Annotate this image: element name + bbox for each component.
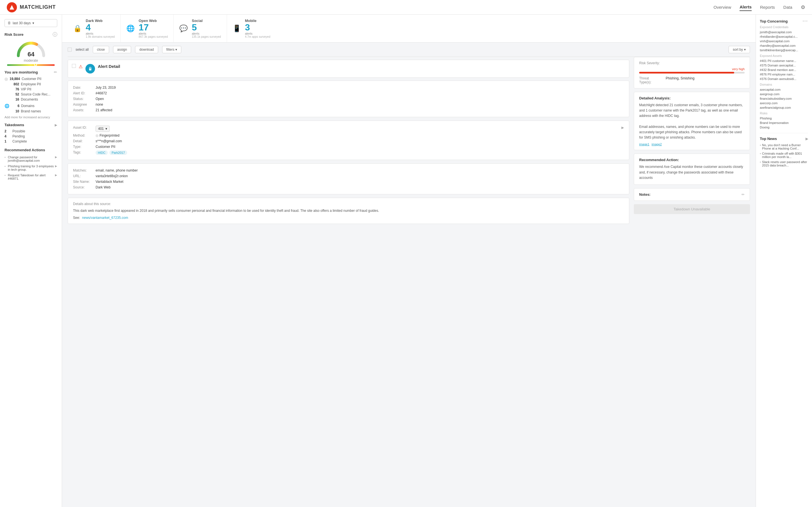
alert-id-value: #46872 bbox=[96, 91, 107, 95]
source-row: Source: Dark Web bbox=[73, 184, 624, 190]
asset-2: #432 Brand mention axe... bbox=[760, 68, 808, 72]
social-count: 5 bbox=[192, 23, 221, 32]
main-content: 🔒 Dark Web 4 alerts 1.9k domains surveye… bbox=[62, 15, 756, 507]
monitoring-title: You are monitoring bbox=[4, 70, 38, 74]
header-nav: Overview Alerts Reports Data ⚙ bbox=[714, 3, 805, 11]
right-panel: Risk Severity: very high ThreatType(s): bbox=[631, 57, 750, 507]
monitoring-sub: 802 Employee PII 76 VIP PII 52 Source Co… bbox=[4, 82, 57, 102]
notes-edit-icon[interactable]: ✏ bbox=[742, 192, 745, 196]
date-filter[interactable]: 🗓 last 30 days ▾ bbox=[4, 19, 57, 27]
rec-item-0: • Change password for jsmith@axecaptial.… bbox=[4, 154, 57, 163]
asset-next-icon[interactable]: ▶ bbox=[621, 126, 624, 129]
takedown-possible: 2 Possible bbox=[4, 129, 57, 134]
site-name-row: Site Name: Vantablack Market bbox=[73, 179, 624, 184]
recommended-title: Recommended Actions bbox=[4, 148, 57, 152]
stat-dark-web[interactable]: 🔒 Dark Web 4 alerts 1.9k domains surveye… bbox=[68, 15, 121, 42]
customer-pii-count: 19,884 bbox=[10, 77, 20, 81]
header: MATCHLIGHT Overview Alerts Reports Data … bbox=[0, 0, 812, 15]
rec-arrow-1[interactable]: ▶ bbox=[55, 165, 57, 168]
nav-alerts[interactable]: Alerts bbox=[740, 3, 752, 11]
select-all-label[interactable]: select all bbox=[75, 48, 89, 52]
download-button[interactable]: download bbox=[135, 46, 158, 53]
asset-4: #376 Domain axesubsidi... bbox=[760, 76, 808, 81]
detail-tags-row: Tags: HIDC Park2017 bbox=[73, 150, 624, 156]
detail-label-field: Detail: bbox=[73, 139, 96, 143]
image1-thumb[interactable]: image1 bbox=[639, 143, 649, 146]
stat-mobile[interactable]: 📱 Mobile 3 alerts 4.7m apps surveyed bbox=[227, 15, 276, 42]
assets-label: Assets: bbox=[73, 108, 96, 112]
detail-method-row: Method: ◎ Fingerprinted bbox=[73, 133, 624, 138]
source-details-title: Details about this source: bbox=[73, 202, 624, 206]
threat-types-row: ThreatType(s): Phishing, Smishing bbox=[639, 76, 745, 84]
dark-web-count: 4 bbox=[86, 23, 115, 32]
more-options-icon[interactable]: ··· bbox=[803, 18, 808, 24]
method-label: Method: bbox=[73, 133, 96, 137]
assignee-label: Assignee bbox=[73, 103, 96, 107]
mobile-icon: 📱 bbox=[233, 24, 241, 33]
brands-label: Brand names bbox=[21, 109, 41, 113]
tag-park2017: Park2017 bbox=[109, 151, 127, 155]
asset-0: #401 PII customer name... bbox=[760, 59, 808, 63]
source-value: Dark Web bbox=[96, 185, 110, 189]
svg-rect-2 bbox=[89, 68, 91, 70]
warning-icon: ⚠ bbox=[79, 64, 83, 69]
monitoring-row-brands: 10 Brand names bbox=[11, 109, 57, 114]
image2-thumb[interactable]: image2 bbox=[652, 143, 662, 146]
employee-pii-label: Employee PII bbox=[21, 82, 41, 86]
edit-icon[interactable]: ✏ bbox=[54, 70, 57, 74]
open-web-alerts: alerts bbox=[139, 32, 168, 35]
source-see-row: See: news/vantamarket_67235.com bbox=[73, 216, 624, 220]
news-arrow-icon[interactable]: ▶ bbox=[806, 137, 808, 141]
alerts-body: ⚠ Alert Detail Date: July 23, 2019 bbox=[68, 57, 750, 507]
asset-id-select[interactable]: 401 ▾ bbox=[96, 126, 110, 132]
rec-arrow-0[interactable]: ▶ bbox=[55, 156, 57, 159]
docs-count: 16 bbox=[11, 98, 19, 101]
tag-hidc: HIDC bbox=[96, 151, 108, 155]
risk-score-title: Risk Score i bbox=[4, 32, 57, 37]
risk-severity-label: Risk Severity: bbox=[639, 61, 745, 65]
gear-icon[interactable]: ⚙ bbox=[801, 4, 805, 10]
monitoring-row-vip: 76 VIP PII bbox=[11, 87, 57, 92]
customer-pii-label: Customer PII bbox=[22, 77, 42, 81]
open-web-surveyed: 867.3k pages surveyed bbox=[139, 35, 168, 38]
chat-icon: 💬 bbox=[179, 24, 188, 33]
info-icon[interactable]: i bbox=[53, 32, 57, 37]
date-label: Date: bbox=[73, 86, 96, 90]
tags-label: Tags: bbox=[73, 151, 96, 154]
domains-title: Domains bbox=[760, 83, 808, 86]
nav-overview[interactable]: Overview bbox=[714, 4, 731, 11]
nav-data[interactable]: Data bbox=[783, 4, 792, 11]
assign-button[interactable]: assign bbox=[113, 46, 132, 53]
matches-section: Matches: email, name, phone number URL: … bbox=[68, 163, 629, 194]
filters-button[interactable]: filters ▾ bbox=[162, 46, 182, 53]
takedowns-arrow[interactable]: ▶ bbox=[55, 123, 57, 127]
cred-3: rhandley@axecapital.com bbox=[760, 43, 808, 48]
url-value: vanta3rtetl8xj2r.onion bbox=[96, 174, 128, 178]
top-news-section: Top News ▶ • No, you don't need a Burner… bbox=[760, 133, 808, 168]
logo-icon bbox=[7, 2, 17, 12]
detail-assets-row: Assets: 21 affected bbox=[73, 107, 624, 113]
brands-count: 10 bbox=[11, 109, 19, 113]
select-all-checkbox[interactable] bbox=[68, 48, 71, 52]
detail-assetid-row: Asset ID: 401 ▾ ▶ bbox=[73, 125, 624, 133]
source-link[interactable]: news/vantamarket_67235.com bbox=[82, 216, 128, 220]
nav-reports[interactable]: Reports bbox=[760, 4, 775, 11]
open-web-count: 17 bbox=[139, 23, 168, 32]
risks-title: Risks bbox=[760, 112, 808, 115]
detail-alertid-row: Alert ID: #46872 bbox=[73, 91, 624, 96]
rec-arrow-2[interactable]: ▶ bbox=[55, 173, 57, 177]
risk-level: moderate bbox=[24, 59, 38, 62]
source-details-section: Details about this source: This dark web… bbox=[68, 198, 629, 224]
stat-social[interactable]: 💬 Social 5 alerts 135.1k pages surveyed bbox=[174, 15, 227, 42]
alert-item[interactable]: ⚠ Alert Detail bbox=[68, 60, 629, 78]
takedown-unavailable-button[interactable]: Takedown Unavailable bbox=[634, 204, 750, 214]
risk-0: Phishing bbox=[760, 116, 808, 121]
globe-icon: 🌐 bbox=[4, 104, 9, 108]
header-left: MATCHLIGHT bbox=[7, 2, 56, 12]
far-right-panel: Top Concerning ··· Exposed Credentials j… bbox=[756, 15, 812, 507]
close-button[interactable]: close bbox=[93, 46, 109, 53]
alert-checkbox[interactable] bbox=[72, 64, 76, 68]
domain-0: axecapital.com bbox=[760, 87, 808, 92]
stat-open-web[interactable]: 🌐 Open Web 17 alerts 867.3k pages survey… bbox=[121, 15, 174, 42]
sort-by-button[interactable]: sort by ▾ bbox=[728, 46, 750, 53]
